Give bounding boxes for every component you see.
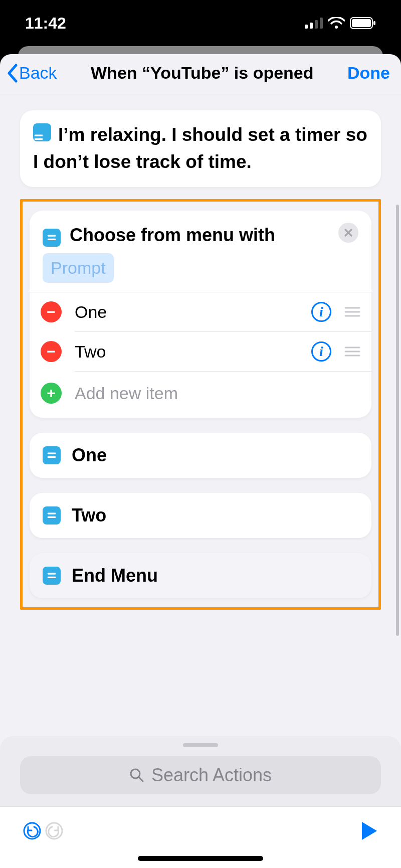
svg-rect-19: [48, 456, 56, 458]
info-button[interactable]: i: [311, 302, 331, 322]
status-time: 11:42: [25, 14, 66, 33]
scripting-icon: [43, 506, 61, 525]
menu-case-label: One: [72, 445, 107, 466]
menu-case-card[interactable]: One: [30, 433, 371, 478]
nav-bar: Back When “YouTube” is opened Done: [0, 54, 401, 94]
run-button[interactable]: [358, 820, 380, 842]
svg-rect-7: [373, 21, 375, 25]
add-item-placeholder: Add new item: [75, 384, 178, 403]
redo-icon: [44, 821, 64, 841]
undo-icon: [22, 821, 42, 841]
search-actions-field[interactable]: Search Actions: [20, 756, 381, 794]
scroll-indicator: [396, 205, 399, 636]
add-item-button[interactable]: +: [41, 383, 62, 404]
highlighted-action-group: Choose from menu with Prompt − One i: [20, 199, 381, 610]
menu-item-row: − One i: [30, 292, 371, 331]
scripting-icon: [33, 123, 51, 141]
svg-rect-18: [48, 453, 56, 454]
editor-sheet: Back When “YouTube” is opened Done I’m r…: [0, 54, 401, 868]
delete-action-button[interactable]: [338, 223, 358, 243]
choose-menu-label: Choose from menu with: [70, 225, 275, 245]
menu-case-label: Two: [72, 505, 106, 526]
svg-rect-20: [48, 513, 56, 514]
scripting-icon: [43, 446, 61, 464]
wifi-icon: [328, 17, 345, 29]
status-bar: 11:42: [0, 0, 401, 46]
undo-button[interactable]: [21, 820, 43, 842]
info-icon: i: [319, 343, 323, 360]
back-button[interactable]: Back: [6, 63, 57, 83]
svg-rect-9: [35, 138, 43, 140]
info-icon: i: [319, 304, 323, 320]
scripting-icon: [43, 567, 61, 585]
reorder-icon: [344, 345, 360, 358]
text-action-card[interactable]: I’m relaxing. I should set a timer so I …: [20, 110, 381, 187]
cellular-icon: [305, 18, 323, 29]
remove-item-button[interactable]: −: [41, 301, 62, 322]
svg-rect-11: [48, 239, 56, 240]
reorder-handle[interactable]: [344, 306, 360, 318]
svg-line-25: [139, 777, 143, 781]
svg-rect-10: [48, 235, 56, 237]
reorder-icon: [344, 306, 360, 318]
actions-drawer[interactable]: Search Actions: [0, 736, 401, 806]
svg-rect-2: [315, 20, 318, 29]
text-action-content: I’m relaxing. I should set a timer so I …: [33, 124, 367, 172]
svg-point-4: [335, 26, 338, 29]
close-icon: [344, 228, 353, 237]
svg-rect-6: [352, 19, 371, 27]
search-placeholder: Search Actions: [151, 765, 272, 786]
add-item-row[interactable]: + Add new item: [30, 372, 371, 418]
svg-rect-0: [305, 25, 308, 29]
remove-item-button[interactable]: −: [41, 341, 62, 362]
svg-rect-3: [320, 18, 323, 29]
end-menu-label: End Menu: [72, 565, 158, 586]
page-title: When “YouTube” is opened: [91, 63, 314, 83]
drawer-grabber[interactable]: [183, 743, 218, 747]
workflow-content[interactable]: I’m relaxing. I should set a timer so I …: [0, 94, 401, 732]
status-icons: [305, 17, 376, 29]
search-icon: [129, 768, 144, 783]
svg-rect-21: [48, 516, 56, 518]
menu-case-card[interactable]: Two: [30, 493, 371, 538]
menu-item-label[interactable]: One: [75, 302, 298, 322]
play-icon: [360, 821, 378, 841]
reorder-handle[interactable]: [344, 345, 360, 358]
prompt-token[interactable]: Prompt: [43, 253, 114, 283]
done-button[interactable]: Done: [347, 63, 390, 83]
svg-rect-22: [48, 573, 56, 575]
choose-from-menu-card[interactable]: Choose from menu with Prompt − One i: [30, 211, 371, 418]
plus-icon: +: [47, 385, 56, 402]
menu-item-row: − Two i: [30, 332, 371, 371]
battery-icon: [350, 17, 376, 29]
scripting-icon: [43, 229, 61, 247]
home-indicator: [138, 856, 263, 861]
svg-rect-8: [35, 135, 43, 136]
back-label: Back: [19, 63, 57, 83]
info-button[interactable]: i: [311, 341, 331, 362]
end-menu-card[interactable]: End Menu: [30, 553, 371, 598]
svg-rect-1: [310, 23, 313, 29]
svg-rect-23: [48, 577, 56, 578]
redo-button[interactable]: [43, 820, 65, 842]
menu-item-label[interactable]: Two: [75, 342, 298, 362]
chevron-left-icon: [6, 64, 18, 83]
